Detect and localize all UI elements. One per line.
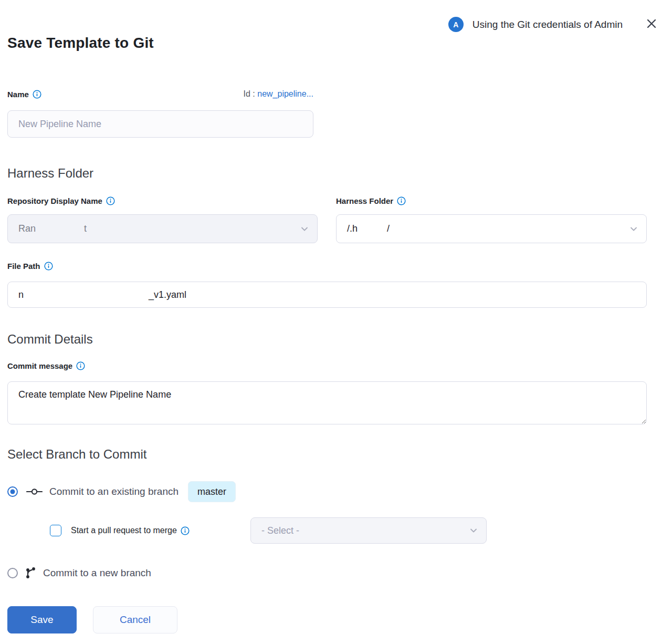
new-branch-label: Commit to a new branch xyxy=(43,567,151,579)
pull-request-label: Start a pull request to merge xyxy=(71,526,177,535)
harness-folder-heading: Harness Folder xyxy=(7,166,93,181)
folder-value-start: /.h xyxy=(347,223,358,234)
chevron-down-icon xyxy=(468,525,479,536)
repository-label: Repository Display Name xyxy=(7,196,102,205)
info-icon[interactable] xyxy=(397,196,406,205)
repository-select[interactable]: Ran t xyxy=(7,214,318,243)
filepath-label-wrap: File Path xyxy=(7,262,53,271)
page-title: Save Template to Git xyxy=(7,35,154,51)
filepath-value-start: n xyxy=(18,289,24,300)
credentials-text: Using the Git credentials of Admin xyxy=(472,19,623,30)
commit-details-heading: Commit Details xyxy=(7,332,93,347)
commit-message-textarea[interactable]: Create template New Pipeline Name xyxy=(7,381,647,424)
commit-message-label: Commit message xyxy=(7,361,72,370)
git-branch-icon xyxy=(25,566,37,579)
filepath-value-end: _v1.yaml xyxy=(149,289,186,300)
cancel-button[interactable]: Cancel xyxy=(93,606,177,633)
target-branch-select[interactable]: - Select - xyxy=(250,517,487,544)
id-prefix: Id : xyxy=(244,89,258,98)
pull-request-row: Start a pull request to merge xyxy=(50,517,190,544)
new-branch-row: Commit to a new branch xyxy=(7,566,151,579)
repository-label-wrap: Repository Display Name xyxy=(7,196,115,205)
id-link[interactable]: new_pipeline... xyxy=(257,89,313,98)
branch-badge: master xyxy=(188,481,236,502)
new-branch-radio[interactable] xyxy=(7,568,18,578)
pull-request-checkbox[interactable] xyxy=(50,525,61,536)
chevron-down-icon xyxy=(299,224,310,234)
close-button[interactable] xyxy=(645,18,658,32)
git-commit-icon xyxy=(26,487,43,496)
name-row: Name Id : new_pipeline... xyxy=(7,89,313,99)
name-input[interactable] xyxy=(7,110,313,138)
avatar: A xyxy=(448,17,464,32)
commit-message-label-wrap: Commit message xyxy=(7,361,85,370)
harness-folder-select[interactable]: /.h / xyxy=(336,214,647,243)
pull-request-label-wrap: Start a pull request to merge xyxy=(71,526,190,535)
close-icon xyxy=(646,18,657,31)
info-icon[interactable] xyxy=(33,90,41,99)
info-icon[interactable] xyxy=(106,196,115,205)
target-branch-placeholder: - Select - xyxy=(261,525,299,536)
save-button[interactable]: Save xyxy=(7,606,77,633)
template-id: Id : new_pipeline... xyxy=(244,89,313,99)
existing-branch-row: Commit to an existing branch master xyxy=(7,481,236,502)
git-credentials-banner: A Using the Git credentials of Admin xyxy=(448,17,658,32)
action-buttons: Save Cancel xyxy=(7,606,177,633)
info-icon[interactable] xyxy=(76,361,85,370)
chevron-down-icon xyxy=(628,224,639,234)
info-icon[interactable] xyxy=(181,526,190,535)
filepath-label: File Path xyxy=(7,262,40,271)
repository-value-end: t xyxy=(84,223,87,234)
folder-label-wrap: Harness Folder xyxy=(336,196,406,205)
name-label-wrap: Name xyxy=(7,90,41,99)
filepath-input[interactable]: n _v1.yaml xyxy=(7,282,647,308)
save-template-dialog: A Using the Git credentials of Admin Sav… xyxy=(0,0,672,644)
repository-value-start: Ran xyxy=(18,223,36,234)
existing-branch-label: Commit to an existing branch xyxy=(49,486,178,497)
folder-value-end: / xyxy=(387,223,390,234)
branch-heading: Select Branch to Commit xyxy=(7,447,146,462)
existing-branch-radio[interactable] xyxy=(7,486,18,497)
name-label: Name xyxy=(7,90,29,99)
folder-label: Harness Folder xyxy=(336,196,393,205)
info-icon[interactable] xyxy=(44,262,53,271)
